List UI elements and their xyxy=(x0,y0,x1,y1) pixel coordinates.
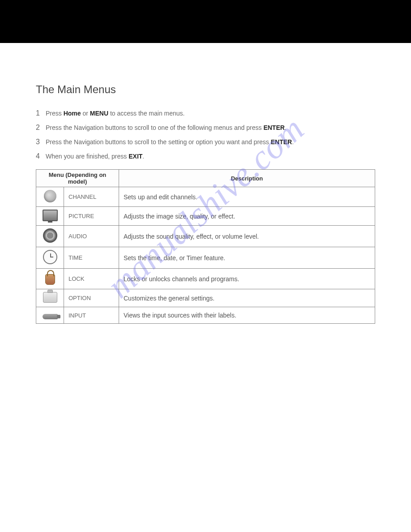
menu-name: INPUT xyxy=(64,307,119,324)
step-number: 4 xyxy=(36,152,46,160)
input-icon xyxy=(36,307,64,324)
menu-description: Locks or unlocks channels and programs. xyxy=(119,269,375,289)
picture-icon xyxy=(36,207,64,226)
menu-name: PICTURE xyxy=(64,207,119,226)
top-black-bar xyxy=(0,0,411,43)
menus-table-body: CHANNELSets up and edit channels.PICTURE… xyxy=(36,187,375,324)
menu-description: Customizes the general settings. xyxy=(119,289,375,307)
table-header-description: Description xyxy=(119,170,375,187)
menu-description: Views the input sources with their label… xyxy=(119,307,375,324)
step-number: 3 xyxy=(36,138,46,146)
step-text: Press the Navigation buttons to scroll t… xyxy=(46,124,287,131)
menu-description: Adjusts the image size, quality, or effe… xyxy=(119,207,375,226)
steps-list: 1Press Home or MENU to access the main m… xyxy=(36,109,375,160)
table-row: INPUTViews the input sources with their … xyxy=(36,307,375,324)
step-text: Press Home or MENU to access the main me… xyxy=(46,110,184,117)
step-number: 1 xyxy=(36,109,46,117)
menu-name: TIME xyxy=(64,247,119,269)
table-row: OPTIONCustomizes the general settings. xyxy=(36,289,375,307)
menu-description: Sets the time, date, or Timer feature. xyxy=(119,247,375,269)
menu-name: LOCK xyxy=(64,269,119,289)
table-row: CHANNELSets up and edit channels. xyxy=(36,187,375,207)
table-row: AUDIOAdjusts the sound quality, effect, … xyxy=(36,226,375,247)
table-row: LOCKLocks or unlocks channels and progra… xyxy=(36,269,375,289)
menus-table: Menu (Depending on model) Description CH… xyxy=(36,169,375,324)
channel-icon xyxy=(36,187,64,207)
lock-icon xyxy=(36,269,64,289)
step-item: 1Press Home or MENU to access the main m… xyxy=(36,109,375,117)
page-content: manualshive.com The Main Menus 1Press Ho… xyxy=(0,43,411,342)
menu-description: Adjusts the sound quality, effect, or vo… xyxy=(119,226,375,247)
audio-icon xyxy=(36,226,64,247)
step-item: 4When you are finished, press EXIT. xyxy=(36,152,375,160)
menu-description: Sets up and edit channels. xyxy=(119,187,375,207)
step-item: 3Press the Navigation buttons to scroll … xyxy=(36,138,375,146)
time-icon xyxy=(36,247,64,269)
menu-name: AUDIO xyxy=(64,226,119,247)
page-title: The Main Menus xyxy=(36,83,375,96)
menu-name: OPTION xyxy=(64,289,119,307)
menu-name: CHANNEL xyxy=(64,187,119,207)
table-row: TIMESets the time, date, or Timer featur… xyxy=(36,247,375,269)
step-text: Press the Navigation buttons to scroll t… xyxy=(46,138,294,146)
step-number: 2 xyxy=(36,124,46,132)
step-text: When you are finished, press EXIT. xyxy=(46,153,144,160)
table-row: PICTUREAdjusts the image size, quality, … xyxy=(36,207,375,226)
table-header-menu: Menu (Depending on model) xyxy=(36,170,119,187)
step-item: 2Press the Navigation buttons to scroll … xyxy=(36,124,375,132)
option-icon xyxy=(36,289,64,307)
